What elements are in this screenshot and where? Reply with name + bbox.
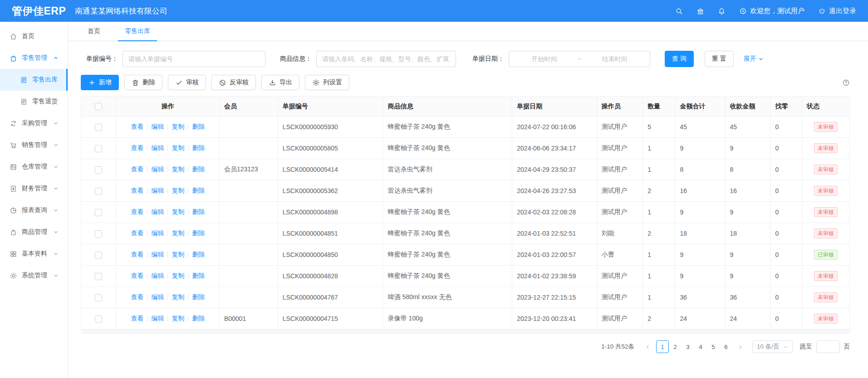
- bill-no-input[interactable]: [123, 51, 265, 67]
- action-edit[interactable]: 编辑: [151, 144, 164, 152]
- row-checkbox[interactable]: [95, 273, 102, 280]
- column-settings-button[interactable]: 列设置: [305, 75, 349, 90]
- date-end-input[interactable]: [583, 55, 646, 63]
- action-delete[interactable]: 删除: [192, 315, 205, 323]
- action-view[interactable]: 查看: [131, 315, 143, 323]
- action-copy[interactable]: 复制: [172, 272, 184, 280]
- action-view[interactable]: 查看: [131, 208, 143, 216]
- row-checkbox[interactable]: [95, 166, 102, 174]
- next-page-button[interactable]: [734, 340, 747, 353]
- action-edit[interactable]: 编辑: [151, 229, 164, 237]
- sidebar-item-gear-系统管理[interactable]: 系统管理: [0, 265, 68, 286]
- row-checkbox[interactable]: [95, 315, 102, 323]
- action-separator: [147, 252, 147, 257]
- cell-status: 未审核: [802, 287, 849, 308]
- action-view[interactable]: 查看: [131, 144, 143, 152]
- row-checkbox[interactable]: [95, 124, 102, 131]
- action-view[interactable]: 查看: [131, 229, 143, 237]
- unaudit-button[interactable]: 反审核: [211, 75, 256, 90]
- date-start-input[interactable]: [513, 55, 576, 63]
- action-copy[interactable]: 复制: [172, 229, 184, 237]
- logout-button[interactable]: 退出登录: [818, 7, 856, 15]
- sidebar-item-home-首页[interactable]: 首页: [0, 25, 68, 47]
- action-copy[interactable]: 复制: [172, 144, 184, 152]
- jump-page-input[interactable]: [816, 340, 840, 353]
- sidebar-item-cart-销售管理[interactable]: 销售管理: [0, 134, 68, 156]
- help-icon[interactable]: [842, 79, 850, 87]
- page-button-3[interactable]: 3: [682, 340, 694, 353]
- add-button[interactable]: 新增: [81, 75, 119, 90]
- action-view[interactable]: 查看: [131, 251, 143, 259]
- action-delete[interactable]: 删除: [192, 251, 205, 259]
- row-checkbox[interactable]: [95, 252, 102, 259]
- sidebar-item-warehouse-仓库管理[interactable]: 仓库管理: [0, 156, 68, 178]
- action-copy[interactable]: 复制: [172, 123, 184, 131]
- action-delete[interactable]: 删除: [192, 272, 205, 280]
- action-copy[interactable]: 复制: [172, 208, 184, 216]
- action-copy[interactable]: 复制: [172, 187, 184, 195]
- delete-button[interactable]: 删除: [124, 75, 162, 90]
- tab-retail-outbound[interactable]: 零售出库: [118, 22, 157, 41]
- action-view[interactable]: 查看: [131, 272, 143, 280]
- sidebar-item-doc-零售出库[interactable]: 零售出库: [0, 69, 68, 91]
- reset-button[interactable]: 重 置: [705, 51, 734, 67]
- sidebar-item-grid-基本资料[interactable]: 基本资料: [0, 243, 68, 265]
- row-checkbox[interactable]: [95, 145, 102, 152]
- search-button[interactable]: 查 询: [665, 51, 694, 67]
- bell-icon[interactable]: [718, 7, 726, 15]
- action-view[interactable]: 查看: [131, 293, 143, 301]
- row-checkbox[interactable]: [95, 188, 102, 195]
- sidebar-item-chart-报表查询[interactable]: 报表查询: [0, 199, 68, 221]
- action-view[interactable]: 查看: [131, 187, 143, 195]
- bank-icon[interactable]: [696, 7, 704, 15]
- page-button-6[interactable]: 6: [720, 340, 732, 353]
- action-copy[interactable]: 复制: [172, 251, 184, 259]
- search-icon[interactable]: [675, 7, 683, 15]
- welcome-user[interactable]: 欢迎您，测试用户: [739, 7, 804, 15]
- page-size-select[interactable]: 10 条/页: [752, 340, 793, 353]
- expand-link[interactable]: 展开: [744, 55, 764, 63]
- audit-button[interactable]: 审核: [168, 75, 206, 90]
- action-view[interactable]: 查看: [131, 123, 143, 131]
- sidebar-item-doc-零售退货[interactable]: 零售退货: [0, 91, 68, 112]
- tab-home[interactable]: 首页: [81, 22, 107, 41]
- check-icon: [175, 79, 183, 87]
- action-delete[interactable]: 删除: [192, 144, 205, 152]
- prev-page-button[interactable]: [642, 340, 654, 353]
- action-delete[interactable]: 删除: [192, 208, 205, 216]
- action-edit[interactable]: 编辑: [151, 165, 164, 174]
- action-delete[interactable]: 删除: [192, 123, 205, 131]
- sidebar-item-goods-商品管理[interactable]: 商品管理: [0, 221, 68, 243]
- action-copy[interactable]: 复制: [172, 315, 184, 323]
- action-edit[interactable]: 编辑: [151, 315, 164, 323]
- row-checkbox[interactable]: [95, 230, 102, 237]
- action-delete[interactable]: 删除: [192, 187, 205, 195]
- action-edit[interactable]: 编辑: [151, 208, 164, 216]
- action-delete[interactable]: 删除: [192, 229, 205, 237]
- action-edit[interactable]: 编辑: [151, 293, 164, 301]
- table-horizontal-scrollbar[interactable]: [81, 330, 850, 334]
- row-checkbox[interactable]: [95, 294, 102, 301]
- action-copy[interactable]: 复制: [172, 165, 184, 174]
- date-range-picker[interactable]: ~: [509, 51, 650, 67]
- product-info-input[interactable]: [316, 51, 456, 67]
- sidebar-item-sync-采购管理[interactable]: 采购管理: [0, 112, 68, 134]
- sidebar-item-finance-财务管理[interactable]: 财务管理: [0, 178, 68, 199]
- page-button-5[interactable]: 5: [707, 340, 720, 353]
- page-button-4[interactable]: 4: [694, 340, 707, 353]
- action-edit[interactable]: 编辑: [151, 272, 164, 280]
- action-edit[interactable]: 编辑: [151, 251, 164, 259]
- page-button-1[interactable]: 1: [656, 340, 669, 353]
- row-checkbox[interactable]: [95, 209, 102, 216]
- sidebar-item-shop-零售管理[interactable]: 零售管理: [0, 47, 68, 69]
- action-delete[interactable]: 删除: [192, 165, 205, 174]
- select-all-checkbox[interactable]: [95, 103, 102, 110]
- export-button[interactable]: 导出: [261, 75, 299, 90]
- cell-checkbox: [81, 244, 117, 266]
- page-button-2[interactable]: 2: [669, 340, 682, 353]
- action-edit[interactable]: 编辑: [151, 123, 164, 131]
- action-copy[interactable]: 复制: [172, 293, 184, 301]
- action-delete[interactable]: 删除: [192, 293, 205, 301]
- action-view[interactable]: 查看: [131, 165, 143, 174]
- action-edit[interactable]: 编辑: [151, 187, 164, 195]
